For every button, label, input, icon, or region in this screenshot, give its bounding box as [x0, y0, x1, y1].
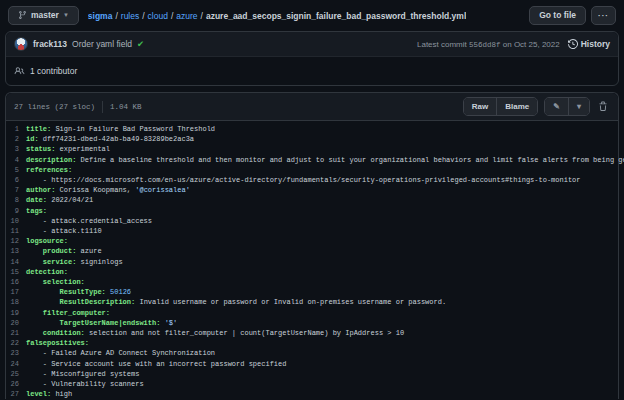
code-text: service: signinlogs: [26, 257, 123, 267]
code-line: 14 service: signinlogs: [6, 257, 618, 267]
blame-button[interactable]: Blame: [496, 98, 537, 115]
line-number[interactable]: 9: [6, 206, 26, 216]
line-number[interactable]: 23: [6, 348, 26, 358]
code-text: - Service account use with an incorrect …: [26, 359, 286, 369]
breadcrumb-separator: /: [142, 11, 144, 21]
code-text: description: Define a baseline threshold…: [26, 155, 624, 165]
code-line: 27level: high: [6, 389, 618, 399]
line-number[interactable]: 1: [6, 124, 26, 134]
go-to-file-button[interactable]: Go to file: [529, 6, 586, 26]
code-line: 26 - Vulnerability scanners: [6, 379, 618, 389]
code-text: TargetUserName|endswith: '$': [26, 318, 177, 328]
line-number[interactable]: 14: [6, 257, 26, 267]
breadcrumb-link-cloud[interactable]: cloud: [148, 11, 168, 21]
code-line: 18 ResultDescription: Invalid username o…: [6, 297, 618, 307]
edit-chevron-down-icon[interactable]: ▾: [568, 98, 589, 115]
line-number[interactable]: 8: [6, 195, 26, 205]
commit-header: frack113 Order yaml field ✔ Latest commi…: [6, 32, 618, 57]
code-line: 10 - attack.credential_access: [6, 216, 618, 226]
breadcrumb-link-azure[interactable]: azure: [176, 11, 197, 21]
git-branch-icon: [18, 10, 27, 20]
checks-passed-icon[interactable]: ✔: [137, 39, 144, 49]
code-line: 15detection:: [6, 267, 618, 277]
avatar[interactable]: [14, 37, 28, 51]
edit-pencil-icon[interactable]: ✎: [545, 98, 568, 115]
line-number[interactable]: 16: [6, 277, 26, 287]
line-number[interactable]: 6: [6, 175, 26, 185]
code-line: 13 product: azure: [6, 246, 618, 256]
history-clock-icon: [568, 39, 578, 49]
code-text: id: dff74231-dbed-42ab-ba49-83289be2ac3a: [26, 134, 194, 144]
line-number[interactable]: 20: [6, 318, 26, 328]
line-number[interactable]: 21: [6, 328, 26, 338]
line-number[interactable]: 10: [6, 216, 26, 226]
breadcrumb: sigma/rules/cloud/azure/azure_aad_secops…: [88, 11, 466, 21]
line-number[interactable]: 13: [6, 246, 26, 256]
code-line: 6 - https://docs.microsoft.com/en-us/azu…: [6, 175, 618, 185]
breadcrumb-link-rules[interactable]: rules: [121, 11, 139, 21]
latest-commit-text: Latest commit 556dd8f on Oct 25, 2022: [417, 40, 560, 49]
code-viewer: 1title: Sign-in Failure Bad Password Thr…: [6, 121, 618, 399]
latest-commit-box: frack113 Order yaml field ✔ Latest commi…: [5, 31, 619, 86]
code-text: falsepositives:: [26, 338, 89, 348]
commit-message-link[interactable]: Order yaml field: [72, 39, 132, 49]
line-number[interactable]: 26: [6, 379, 26, 389]
file-actions: Raw Blame ✎ ▾: [463, 97, 610, 116]
code-text: tags:: [26, 206, 47, 216]
line-number[interactable]: 25: [6, 369, 26, 379]
breadcrumb-separator: /: [201, 11, 203, 21]
line-number[interactable]: 11: [6, 226, 26, 236]
code-line: 20 TargetUserName|endswith: '$': [6, 318, 618, 328]
code-text: - attack.t1110: [26, 226, 102, 236]
code-text: logsource:: [26, 236, 68, 246]
code-text: references:: [26, 165, 72, 175]
line-number[interactable]: 15: [6, 267, 26, 277]
commit-sha-link[interactable]: 556dd8f: [469, 41, 501, 49]
commit-author-link[interactable]: frack113: [33, 39, 67, 49]
code-text: detection:: [26, 267, 68, 277]
code-text: author: Corissa Koopmans, '@corissalea': [26, 185, 190, 195]
code-line: 3status: experimental: [6, 144, 618, 154]
line-number[interactable]: 3: [6, 144, 26, 154]
line-number[interactable]: 2: [6, 134, 26, 144]
code-line: 2id: dff74231-dbed-42ab-ba49-83289be2ac3…: [6, 134, 618, 144]
line-number[interactable]: 22: [6, 338, 26, 348]
file-header: 27 lines (27 sloc) 1.04 KB Raw Blame ✎ ▾: [6, 93, 618, 121]
code-text: date: 2022/04/21: [26, 195, 93, 205]
topbar-actions: Go to file ···: [529, 6, 616, 26]
line-number[interactable]: 4: [6, 155, 26, 165]
code-line: 25 - Misconfigured systems: [6, 369, 618, 379]
history-button[interactable]: History: [568, 39, 610, 49]
code-line: 17 ResultType: 50126: [6, 287, 618, 297]
raw-button[interactable]: Raw: [464, 98, 496, 115]
branch-name: master: [31, 10, 59, 22]
branch-selector[interactable]: master ▼: [8, 6, 79, 26]
people-icon: [14, 66, 25, 76]
code-text: - attack.credential_access: [26, 216, 152, 226]
code-text: condition: selection and not filter_comp…: [26, 328, 404, 338]
line-number[interactable]: 27: [6, 389, 26, 399]
code-text: selection:: [26, 277, 85, 287]
line-number[interactable]: 19: [6, 308, 26, 318]
more-options-button[interactable]: ···: [591, 6, 616, 25]
breadcrumb-separator: /: [115, 11, 117, 21]
breadcrumb-filename: azure_aad_secops_signin_failure_bad_pass…: [206, 11, 466, 21]
contributors-link[interactable]: 1 contributor: [6, 57, 618, 85]
line-number[interactable]: 7: [6, 185, 26, 195]
code-text: ResultDescription: Invalid username or p…: [26, 297, 446, 307]
line-number[interactable]: 17: [6, 287, 26, 297]
delete-file-button[interactable]: [596, 99, 610, 114]
line-number[interactable]: 24: [6, 359, 26, 369]
line-number[interactable]: 18: [6, 297, 26, 307]
breadcrumb-separator: /: [171, 11, 173, 21]
line-number[interactable]: 12: [6, 236, 26, 246]
code-line: 11 - attack.t1110: [6, 226, 618, 236]
file-blob-box: 27 lines (27 sloc) 1.04 KB Raw Blame ✎ ▾…: [5, 92, 619, 399]
code-line: 12logsource:: [6, 236, 618, 246]
code-text: filter_computer:: [26, 308, 110, 318]
file-nav-bar: master ▼ sigma/rules/cloud/azure/azure_a…: [0, 0, 624, 31]
line-number[interactable]: 5: [6, 165, 26, 175]
code-text: - Misconfigured systems: [26, 369, 139, 379]
breadcrumb-link-sigma[interactable]: sigma: [88, 11, 113, 21]
code-text: ResultType: 50126: [26, 287, 131, 297]
